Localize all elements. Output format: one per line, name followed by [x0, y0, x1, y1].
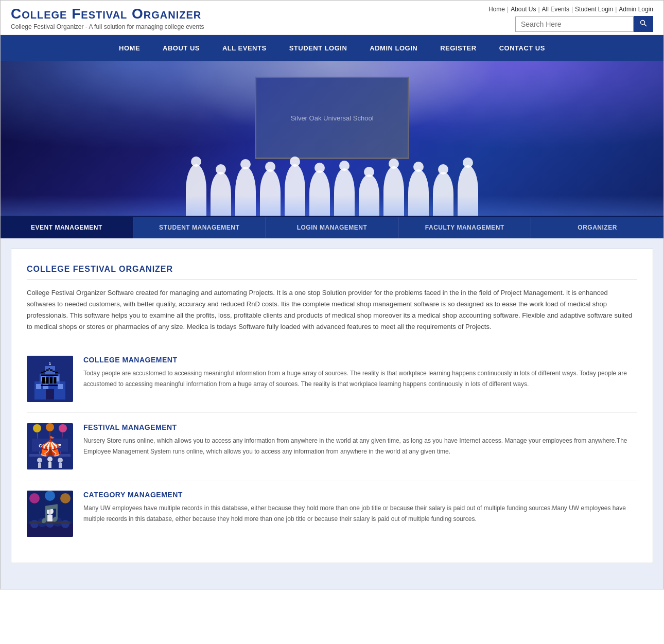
svg-point-0 [641, 21, 645, 25]
site-subtitle: College Festival Organizer - A full solu… [11, 23, 204, 30]
svg-rect-11 [54, 376, 59, 381]
feature-desc-festival: Nursery Store runs online, which allows … [83, 436, 637, 457]
nav-register[interactable]: REGISTER [429, 35, 487, 61]
feature-desc-category: Many UW employees have multiple records … [83, 503, 637, 524]
svg-rect-5 [45, 366, 55, 375]
svg-point-35 [30, 520, 39, 528]
svg-point-38 [53, 517, 62, 527]
hero-background: Silver Oak Universal School [1, 61, 663, 216]
admin-login-link[interactable]: Admin Login [619, 6, 653, 13]
svg-rect-44 [29, 521, 71, 524]
tab-faculty-management[interactable]: FACULTY MANAGEMENT [398, 217, 531, 238]
main-nav-wrapper: HOME ABOUT US ALL EVENTS STUDENT LOGIN A… [1, 35, 663, 61]
svg-point-40 [46, 508, 54, 515]
svg-point-36 [38, 518, 47, 527]
content-wrapper: COLLEGE FESTIVAL ORGANIZER College Festi… [1, 238, 663, 573]
svg-rect-6 [46, 389, 54, 399]
all-events-link[interactable]: All Events [542, 6, 569, 13]
category-thumb-svg [27, 491, 73, 537]
tab-event-management[interactable]: EVENT MANAGEMENT [1, 217, 133, 238]
feature-festival: COLLEGE EVENTS FESTIVAL MANAGEMENT Nurse… [27, 413, 637, 480]
feature-text-category: CATEGORY MANAGEMENT Many UW employees ha… [83, 491, 637, 537]
feature-thumb-category [27, 491, 73, 537]
search-button[interactable] [634, 16, 653, 32]
nav-all-events[interactable]: ALL EVENTS [211, 35, 278, 61]
fog-effect [1, 195, 663, 216]
svg-text:COLLEGE: COLLEGE [39, 443, 61, 448]
about-link[interactable]: About Us [511, 6, 536, 13]
site-title: College Festival Organizer [11, 6, 204, 22]
tab-login-management[interactable]: LOGIN MANAGEMENT [266, 217, 399, 238]
feature-title-college: COLLEGE MANAGEMENT [83, 356, 637, 364]
nav-home[interactable]: HOME [108, 35, 151, 61]
student-login-link[interactable]: Student Login [575, 6, 613, 13]
svg-rect-9 [58, 384, 63, 389]
slider-tabs: EVENT MANAGEMENT STUDENT MANAGEMENT LOGI… [1, 216, 663, 238]
svg-rect-25 [38, 463, 41, 468]
nav-admin-login[interactable]: ADMIN LOGIN [358, 35, 429, 61]
feature-desc-college: Today people are accustomed to accessing… [83, 368, 637, 389]
svg-rect-10 [41, 376, 46, 381]
section-title: COLLEGE FESTIVAL ORGANIZER [27, 265, 637, 280]
main-nav: HOME ABOUT US ALL EVENTS STUDENT LOGIN A… [11, 35, 653, 61]
search-input[interactable] [515, 16, 634, 32]
feature-category: CATEGORY MANAGEMENT Many UW employees ha… [27, 480, 637, 547]
intro-text: College Festival Organizer Software crea… [27, 287, 637, 333]
svg-rect-7 [36, 384, 41, 389]
svg-text:EVENTS: EVENTS [42, 449, 58, 454]
svg-rect-27 [48, 462, 51, 468]
svg-point-16 [59, 424, 67, 432]
svg-point-33 [60, 493, 71, 503]
home-link[interactable]: Home [488, 6, 505, 13]
feature-title-category: CATEGORY MANAGEMENT [83, 491, 637, 499]
svg-point-39 [61, 520, 69, 528]
footer-space [1, 573, 663, 589]
feature-thumb-college: 1 [27, 356, 73, 402]
svg-point-26 [47, 457, 53, 462]
svg-rect-21 [32, 439, 68, 451]
site-brand: College Festival Organizer College Festi… [11, 6, 204, 30]
content-inner: COLLEGE FESTIVAL ORGANIZER College Festi… [11, 249, 653, 563]
svg-rect-8 [43, 384, 48, 389]
nav-about[interactable]: ABOUT US [151, 35, 211, 61]
top-links: Home | About Us | All Events | Student L… [488, 6, 653, 13]
svg-line-1 [644, 24, 647, 27]
svg-point-31 [29, 493, 40, 503]
search-bar [515, 16, 653, 32]
svg-point-28 [58, 458, 63, 463]
tab-organizer[interactable]: ORGANIZER [531, 217, 663, 238]
svg-rect-4 [40, 374, 60, 384]
hero-screen: Silver Oak Universal School [255, 77, 409, 159]
college-thumb-svg: 1 [27, 356, 73, 402]
search-icon [640, 20, 647, 27]
svg-point-32 [45, 491, 55, 501]
svg-rect-29 [59, 463, 62, 468]
festival-thumb-svg: COLLEGE EVENTS [27, 423, 73, 469]
nav-contact[interactable]: CONTACT US [488, 35, 556, 61]
feature-title-festival: FESTIVAL MANAGEMENT [83, 423, 637, 431]
svg-point-24 [37, 458, 42, 463]
nav-student-login[interactable]: STUDENT LOGIN [278, 35, 359, 61]
feature-thumb-festival: COLLEGE EVENTS [27, 423, 73, 469]
svg-rect-41 [47, 515, 53, 523]
svg-rect-20 [29, 454, 71, 457]
feature-text-festival: FESTIVAL MANAGEMENT Nursery Store runs o… [83, 423, 637, 469]
svg-point-15 [46, 423, 54, 431]
top-right-block: Home | About Us | All Events | Student L… [488, 6, 653, 32]
hero-banner: Silver Oak Universal School EVENT M [1, 61, 663, 238]
feature-text-college: COLLEGE MANAGEMENT Today people are accu… [83, 356, 637, 402]
svg-point-14 [33, 424, 41, 432]
svg-point-37 [46, 519, 54, 528]
tab-student-management[interactable]: STUDENT MANAGEMENT [133, 217, 266, 238]
feature-college: 1 COLLEGE MANAGEMENT Today people are ac… [27, 345, 637, 413]
svg-text:1: 1 [49, 361, 51, 366]
